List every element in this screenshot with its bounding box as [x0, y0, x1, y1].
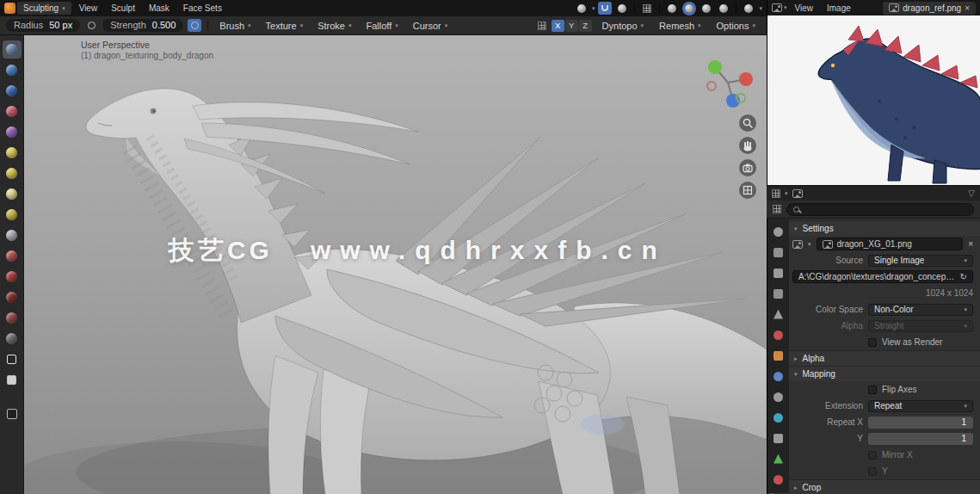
brush-scrape-button[interactable]	[3, 226, 22, 244]
image-menu-view[interactable]: View	[789, 2, 820, 15]
brush-rotate-button[interactable]	[3, 330, 22, 348]
brush-clay-strips-button[interactable]	[3, 102, 22, 120]
menu-view[interactable]: View	[73, 2, 104, 15]
section-alpha[interactable]: Alpha	[789, 350, 980, 366]
source-dropdown[interactable]: Single Image	[868, 255, 973, 267]
filepath-field[interactable]: A:\CG\dragon\textures\dragon_concept_01.…	[792, 270, 973, 283]
shading-solid-icon[interactable]	[682, 2, 696, 15]
brush-thumb-button[interactable]	[3, 309, 22, 327]
flip-axes-checkbox[interactable]	[868, 386, 877, 394]
perspective-toggle-button[interactable]	[739, 182, 756, 199]
reload-icon[interactable]: ↻	[960, 272, 967, 281]
search-input[interactable]	[804, 204, 967, 215]
unlink-icon[interactable]: ×	[965, 3, 970, 13]
tab-output[interactable]	[769, 266, 788, 280]
box-trim-tool-button[interactable]	[3, 404, 22, 423]
mirror-y-checkbox[interactable]	[868, 467, 877, 476]
tab-world[interactable]	[769, 328, 788, 342]
falloff-popover[interactable]: Falloff	[361, 19, 403, 33]
reference-image-area[interactable]	[767, 15, 980, 185]
extension-dropdown[interactable]: Repeat	[868, 400, 973, 412]
grid-overlay-icon[interactable]	[640, 2, 654, 15]
image-editor-type-icon[interactable]	[772, 3, 782, 12]
tab-physics[interactable]	[769, 411, 788, 424]
section-settings[interactable]: Settings	[789, 220, 980, 236]
properties-search[interactable]	[786, 203, 974, 216]
brush-popover[interactable]: Brush	[214, 19, 256, 33]
brush-flatten-button[interactable]	[3, 206, 22, 224]
tab-constraints[interactable]	[769, 431, 788, 445]
blender-logo-icon[interactable]	[4, 3, 15, 14]
brush-pinch-button[interactable]	[3, 247, 22, 265]
alpha-dropdown[interactable]: Straight	[868, 320, 973, 332]
options-popover[interactable]: Options	[712, 19, 761, 33]
display-mode-icon[interactable]	[772, 189, 780, 198]
shading-wireframe-icon[interactable]	[665, 2, 679, 15]
hand-icon	[742, 139, 754, 151]
strength-pressure-toggle[interactable]	[188, 19, 201, 32]
symmetry-x-toggle[interactable]: X	[552, 20, 564, 32]
radius-pressure-toggle[interactable]	[84, 19, 98, 32]
zoom-button[interactable]	[739, 114, 756, 132]
camera-view-button[interactable]	[739, 159, 756, 176]
symmetry-y-toggle[interactable]: Y	[565, 20, 578, 32]
menu-sculpt[interactable]: Sculpt	[105, 2, 141, 15]
mask-tool-button[interactable]	[3, 350, 22, 368]
tab-modifiers[interactable]	[769, 369, 788, 383]
properties-editor-icon[interactable]	[773, 205, 781, 213]
texture-name-field[interactable]: dragon_XG_01.png	[817, 238, 964, 250]
view-as-render-checkbox[interactable]	[868, 338, 877, 347]
shading-rendered-icon[interactable]	[717, 2, 730, 15]
proportional-edit-icon[interactable]	[615, 2, 629, 15]
dyntopo-popover[interactable]: Dyntopo	[597, 19, 650, 33]
shading-material-icon[interactable]	[700, 2, 713, 15]
tab-view-layer[interactable]	[769, 287, 788, 300]
section-mapping[interactable]: Mapping	[789, 366, 980, 381]
navigation-gizmo[interactable]	[701, 56, 755, 109]
menu-face-sets[interactable]: Face Sets	[177, 2, 228, 15]
brush-blob-button[interactable]	[3, 144, 22, 162]
mirror-x-checkbox[interactable]	[868, 451, 877, 460]
snapping-toggle[interactable]	[598, 2, 612, 15]
repeat-y-field[interactable]: 1	[868, 433, 973, 445]
tab-tool[interactable]	[769, 225, 788, 238]
tab-particles[interactable]	[769, 390, 788, 404]
brush-crease-button[interactable]	[3, 164, 22, 182]
brush-inflate-button[interactable]	[3, 123, 22, 141]
repeat-x-field[interactable]: 1	[868, 417, 973, 429]
tab-object[interactable]	[769, 349, 788, 362]
radius-slider[interactable]: Radius 50 px	[6, 19, 80, 32]
transform-orientation-icon[interactable]	[575, 2, 589, 15]
tab-render[interactable]	[769, 245, 788, 259]
unlink-icon[interactable]: ×	[968, 239, 973, 249]
stroke-popover[interactable]: Stroke	[312, 19, 356, 33]
filter-funnel-icon[interactable]: ▽	[968, 188, 975, 198]
viewport-3d[interactable]: User Perspective (1) dragon_texturing_bo…	[24, 35, 767, 494]
move-view-button[interactable]	[739, 137, 756, 154]
image-datablock-selector[interactable]: dragon_ref.png ×	[883, 2, 976, 15]
cursor-popover[interactable]: Cursor	[408, 19, 453, 33]
brush-smooth-button[interactable]	[3, 185, 22, 203]
tab-scene[interactable]	[769, 307, 788, 321]
render-icon	[774, 248, 783, 257]
colorspace-dropdown[interactable]: Non-Color	[868, 304, 973, 316]
symmetry-z-toggle[interactable]: Z	[579, 20, 592, 32]
brush-snake-hook-button[interactable]	[3, 288, 22, 306]
workspace-selector[interactable]: Sculpting ▾	[17, 2, 71, 15]
tab-material[interactable]	[769, 472, 788, 486]
brush-grab-button[interactable]	[3, 268, 22, 286]
filter-image-icon[interactable]	[792, 189, 803, 198]
tab-object-data[interactable]	[769, 452, 788, 466]
texture-popover[interactable]: Texture	[261, 19, 309, 33]
brush-clay-button[interactable]	[3, 82, 22, 100]
menu-mask[interactable]: Mask	[143, 2, 176, 15]
overlays-icon[interactable]	[742, 2, 755, 15]
section-crop[interactable]: Crop	[789, 479, 980, 494]
strength-slider[interactable]: Strength 0.500	[102, 19, 183, 32]
brush-draw-sharp-button[interactable]	[3, 61, 22, 79]
image-menu-image[interactable]: Image	[821, 2, 857, 15]
remesh-popover[interactable]: Remesh	[654, 19, 706, 33]
image-icon[interactable]	[792, 240, 803, 249]
face-sets-tool-button[interactable]	[3, 371, 22, 389]
brush-draw-button[interactable]	[3, 40, 22, 59]
